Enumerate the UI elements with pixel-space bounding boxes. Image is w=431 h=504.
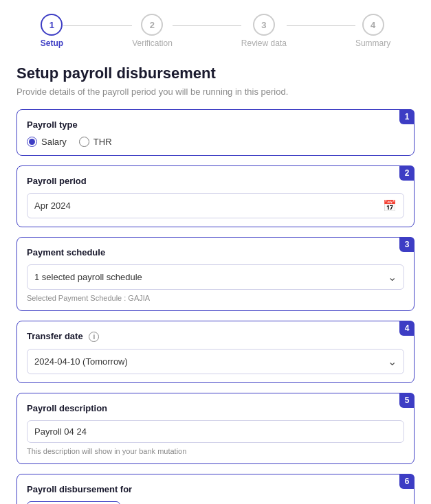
payroll-type-section: 1 Payroll type Salary THR xyxy=(16,109,415,156)
section-badge-6: 6 xyxy=(399,474,415,489)
step-line-2 xyxy=(173,25,241,26)
select-employee-button[interactable]: Select employee xyxy=(27,501,120,504)
payroll-description-section: 5 Payroll description Payroll 04 24 This… xyxy=(16,393,415,464)
payroll-description-value: Payroll 04 24 xyxy=(34,426,87,437)
section-badge-2: 2 xyxy=(399,165,415,181)
payment-schedule-value: 1 selected payroll schedule xyxy=(34,272,142,282)
payroll-period-input[interactable]: Apr 2024 📅 xyxy=(27,193,404,218)
info-icon[interactable]: i xyxy=(89,332,99,342)
step-3-label: Review data xyxy=(241,38,287,48)
chevron-down-icon: ⌄ xyxy=(388,271,397,284)
section-badge-3: 3 xyxy=(399,237,415,252)
section-badge-1: 1 xyxy=(399,109,415,124)
transfer-date-label: Transfer date xyxy=(27,331,83,341)
step-4: 4 Summary xyxy=(355,14,390,48)
calendar-icon: 📅 xyxy=(383,199,397,212)
payroll-description-label: Payroll description xyxy=(27,403,404,413)
step-3-circle: 3 xyxy=(253,14,275,36)
step-1: 1 Setup xyxy=(41,14,63,48)
payroll-type-label: Payroll type xyxy=(27,119,404,130)
payment-schedule-label: Payment schedule xyxy=(27,247,404,257)
radio-salary[interactable]: Salary xyxy=(27,137,67,147)
transfer-date-label-row: Transfer date i xyxy=(27,331,404,342)
section-badge-4: 4 xyxy=(399,321,415,336)
step-1-circle: 1 xyxy=(41,14,63,36)
stepper: 1 Setup 2 Verification 3 Review data 4 S… xyxy=(16,14,415,48)
step-2-label: Verification xyxy=(132,38,173,48)
step-2-circle: 2 xyxy=(141,14,163,36)
radio-salary-input[interactable] xyxy=(27,137,37,147)
radio-salary-label: Salary xyxy=(41,137,67,147)
step-4-label: Summary xyxy=(355,38,390,48)
payment-schedule-section: 3 Payment schedule 1 selected payroll sc… xyxy=(16,237,415,311)
step-2: 2 Verification xyxy=(132,14,173,48)
transfer-date-dropdown[interactable]: 2024-04-10 (Tomorrow) ⌄ xyxy=(27,349,404,374)
page-subtitle: Provide details of the payroll period yo… xyxy=(16,87,415,97)
step-4-circle: 4 xyxy=(362,14,384,36)
step-line-3 xyxy=(287,25,355,26)
section-badge-5: 5 xyxy=(399,393,415,408)
payment-schedule-dropdown[interactable]: 1 selected payroll schedule ⌄ xyxy=(27,264,404,290)
payroll-description-input[interactable]: Payroll 04 24 xyxy=(27,420,404,443)
transfer-date-section: 4 Transfer date i 2024-04-10 (Tomorrow) … xyxy=(16,321,415,383)
payroll-period-label: Payroll period xyxy=(27,176,404,186)
payroll-type-radio-group: Salary THR xyxy=(27,137,404,147)
disbursement-actions: Select employee All employees (37 employ… xyxy=(27,501,404,504)
radio-thr-input[interactable] xyxy=(79,137,89,147)
payroll-disbursement-for-label: Payroll disbursement for xyxy=(27,484,404,494)
payroll-description-helper: This description will show in your bank … xyxy=(27,447,404,455)
step-3: 3 Review data xyxy=(241,14,287,48)
payroll-period-section: 2 Payroll period Apr 2024 📅 xyxy=(16,165,415,227)
step-1-label: Setup xyxy=(41,38,63,48)
main-container: 1 Setup 2 Verification 3 Review data 4 S… xyxy=(0,0,431,504)
chevron-down-icon-transfer: ⌄ xyxy=(388,355,397,368)
payroll-disbursement-for-section: 6 Payroll disbursement for Select employ… xyxy=(16,474,415,504)
radio-thr-label: THR xyxy=(93,137,112,147)
transfer-date-value: 2024-04-10 (Tomorrow) xyxy=(34,356,128,367)
payroll-period-value: Apr 2024 xyxy=(34,201,71,211)
radio-thr[interactable]: THR xyxy=(79,137,112,147)
payment-schedule-helper: Selected Payment Schedule : GAJIA xyxy=(27,294,404,302)
step-line-1 xyxy=(63,25,132,26)
page-title: Setup payroll disbursement xyxy=(16,65,415,82)
